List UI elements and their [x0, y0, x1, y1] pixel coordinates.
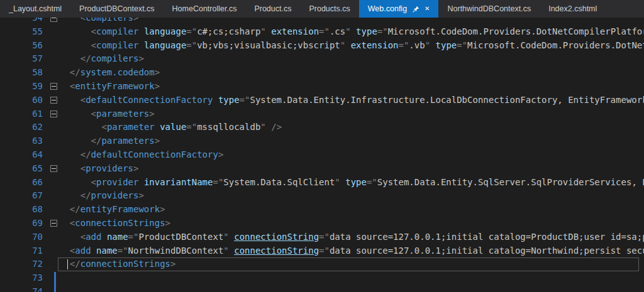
fold-margin: [43, 257, 59, 271]
code-line: 67 </providers>: [0, 189, 644, 203]
code-editor[interactable]: 54 <compilers>55 <compiler language="c#;…: [0, 18, 644, 292]
tab-northwinddbcontext-cs[interactable]: NorthwindDBContext.cs: [438, 0, 540, 18]
fold-margin: [43, 148, 59, 162]
code-text: </system.codedom>: [59, 66, 160, 80]
line-number: 61: [0, 107, 43, 121]
fold-margin: [43, 18, 59, 25]
tab-label: Product.cs: [254, 4, 291, 13]
code-text: <parameters>: [59, 107, 155, 121]
code-text: <provider invariantName="System.Data.Sql…: [59, 176, 644, 190]
code-line: 71 <add name="NorthwindDBContext" connec…: [0, 244, 644, 258]
line-number: 58: [0, 66, 43, 80]
code-text: <entityFramework>: [59, 80, 160, 94]
margin-indicator-bar: [54, 272, 56, 292]
code-line: 60 <defaultConnectionFactory type="Syste…: [0, 94, 644, 107]
line-number: 63: [0, 134, 43, 148]
code-lines: 54 <compilers>55 <compiler language="c#;…: [0, 18, 644, 292]
fold-margin: [43, 94, 59, 107]
code-line: 56 <compiler language="vb;vbs;visualbasi…: [0, 39, 644, 53]
line-number: 73: [0, 271, 43, 285]
fold-margin: [43, 107, 59, 121]
code-text: <parameter value="mssqllocaldb" />: [59, 121, 282, 134]
fold-margin: [43, 244, 59, 258]
fold-margin: [43, 162, 59, 176]
code-text: <connectionStrings>: [59, 217, 170, 230]
code-line: 55 <compiler language="c#;cs;csharp" ext…: [0, 25, 644, 39]
code-text: </defaultConnectionFactory>: [59, 148, 223, 162]
code-line: 59 <entityFramework>: [0, 80, 644, 94]
code-text: </entityFramework>: [59, 203, 165, 217]
fold-margin: [43, 80, 59, 94]
tab-layout-cshtml[interactable]: _Layout.cshtml: [0, 0, 70, 18]
line-number: 59: [0, 80, 43, 94]
line-number: 71: [0, 244, 43, 258]
line-number: 54: [0, 18, 43, 25]
code-text: </parameters>: [59, 134, 160, 148]
tab-index2-cshtml[interactable]: Index2.cshtml: [540, 0, 606, 18]
fold-margin: [43, 203, 59, 217]
code-line: 61 <parameters>: [0, 107, 644, 121]
fold-collapse-icon[interactable]: [50, 97, 57, 104]
fold-collapse-icon[interactable]: [50, 111, 57, 117]
fold-margin: [43, 39, 59, 53]
line-number: 67: [0, 189, 43, 203]
close-icon[interactable]: ✕: [425, 6, 430, 12]
fold-margin: [43, 217, 59, 230]
tab-label: Web.config: [368, 4, 407, 13]
fold-collapse-icon[interactable]: [50, 83, 57, 90]
tab-label: NorthwindDBContext.cs: [447, 4, 531, 13]
line-number: 74: [0, 285, 43, 292]
code-text: </providers>: [59, 189, 144, 203]
code-line: 65 <providers>: [0, 162, 644, 176]
fold-margin: [43, 134, 59, 148]
text-caret: [67, 259, 69, 269]
tab-homecontroller-cs[interactable]: HomeController.cs: [164, 0, 246, 18]
fold-margin: [43, 230, 59, 244]
code-line: 72 </connectionStrings>: [0, 257, 644, 271]
fold-margin: [43, 271, 59, 285]
line-number: 57: [0, 52, 43, 66]
line-number: 60: [0, 94, 43, 107]
code-line: 54 <compilers>: [0, 18, 644, 25]
line-number: 56: [0, 39, 43, 53]
code-line: 58 </system.codedom>: [0, 66, 644, 80]
code-line: 63 </parameters>: [0, 134, 644, 148]
tab-bar: _Layout.cshtmlProductDBContext.csHomeCon…: [0, 0, 644, 18]
code-line: 68 </entityFramework>: [0, 203, 644, 217]
tab-products-cs[interactable]: Products.cs: [300, 0, 358, 18]
fold-margin: [43, 25, 59, 39]
fold-collapse-icon[interactable]: [50, 220, 57, 227]
tab-label: Products.cs: [309, 4, 350, 13]
line-number: 70: [0, 230, 43, 244]
code-text: <defaultConnectionFactory type="System.D…: [59, 94, 644, 107]
fold-margin: [43, 121, 59, 134]
fold-collapse-icon[interactable]: [50, 165, 57, 172]
code-line: 66 <provider invariantName="System.Data.…: [0, 176, 644, 190]
line-number: 65: [0, 162, 43, 176]
code-text: <add name="NorthwindDBContext" connectio…: [59, 244, 644, 258]
code-text: <add name="ProductDBContext" connectionS…: [59, 230, 644, 244]
line-number: 64: [0, 148, 43, 162]
code-text: <compiler language="c#;cs;csharp" extens…: [59, 25, 644, 39]
code-line: 57 </compilers>: [0, 52, 644, 66]
line-number: 69: [0, 217, 43, 230]
code-text: </connectionStrings>: [59, 257, 175, 271]
line-number: 66: [0, 176, 43, 190]
tab-web-config[interactable]: Web.config✕: [359, 0, 439, 18]
code-text: <providers>: [59, 162, 138, 176]
fold-margin: [43, 176, 59, 190]
code-line: 69 <connectionStrings>: [0, 217, 644, 230]
fold-collapse-icon[interactable]: [50, 18, 57, 22]
fold-margin: [43, 66, 59, 80]
tab-productdbcontext-cs[interactable]: ProductDBContext.cs: [70, 0, 164, 18]
line-number: 55: [0, 25, 43, 39]
line-number: 68: [0, 203, 43, 217]
tab-product-cs[interactable]: Product.cs: [245, 0, 300, 18]
line-number: 62: [0, 121, 43, 134]
code-text: <compiler language="vb;vbs;visualbasic;v…: [59, 39, 644, 53]
code-line: 62 <parameter value="mssqllocaldb" />: [0, 121, 644, 134]
fold-margin: [43, 189, 59, 203]
tab-label: HomeController.cs: [172, 4, 237, 13]
pin-icon[interactable]: [413, 6, 419, 13]
line-number: 72: [0, 257, 43, 271]
